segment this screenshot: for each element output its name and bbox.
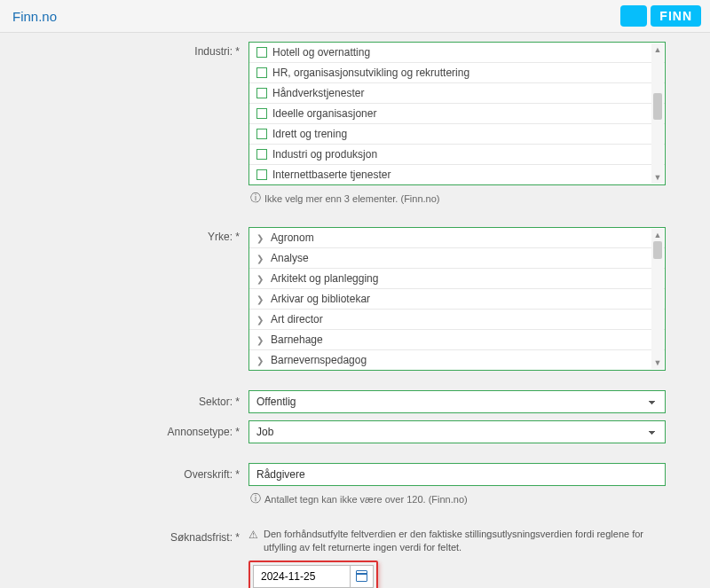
yrke-label: Yrke: * — [9, 227, 248, 243]
scroll-up-icon[interactable]: ▲ — [651, 229, 664, 241]
yrke-item[interactable]: ❯Agronom — [249, 228, 665, 248]
industri-label: Industri: * — [9, 42, 248, 58]
checkbox-icon[interactable] — [256, 88, 267, 98]
industri-item-label: Idrett og trening — [272, 128, 347, 140]
yrke-item-label: Art director — [271, 313, 323, 325]
industri-item-label: Ideelle organisasjoner — [272, 107, 376, 120]
soknadsfrist-highlight — [248, 561, 378, 588]
annonsetype-select[interactable]: Job — [248, 420, 666, 443]
industri-item[interactable]: HR, organisasjonsutvikling og rekrutteri… — [249, 63, 665, 83]
industri-item-label: Internettbaserte tjenester — [272, 169, 390, 181]
yrke-item-label: Barnehage — [271, 333, 323, 346]
industri-item-label: Industri og produksjon — [272, 148, 377, 161]
info-icon — [250, 191, 261, 206]
calendar-button[interactable] — [351, 565, 374, 588]
checkbox-icon[interactable] — [256, 169, 267, 180]
yrke-scrollbar[interactable]: ▲ ▼ — [651, 229, 664, 369]
overskrift-label: Overskrift: * — [9, 463, 248, 481]
yrke-item[interactable]: ❯Arkitekt og planlegging — [249, 269, 665, 289]
chevron-right-icon: ❯ — [256, 274, 265, 284]
chevron-right-icon: ❯ — [256, 254, 265, 263]
sektor-label: Sektor: * — [9, 390, 248, 408]
industri-item-label: HR, organisasjonsutvikling og rekrutteri… — [272, 67, 469, 79]
yrke-item[interactable]: ❯Art director — [249, 310, 665, 330]
logo-square-icon — [620, 5, 647, 27]
yrke-item-label: Analyse — [271, 252, 309, 264]
yrke-item[interactable]: ❯Arkivar og bibliotekar — [249, 289, 665, 310]
page-header: Finn.no FINN — [0, 0, 710, 33]
yrke-item-label: Arkitekt og planlegging — [271, 272, 378, 285]
industri-item[interactable]: Ideelle organisasjoner — [249, 104, 665, 124]
form-area: Industri: * Hotell og overnattingHR, org… — [0, 33, 710, 588]
finn-logo: FINN — [620, 5, 701, 27]
yrke-item-label: Agronom — [271, 231, 314, 244]
scrollbar-thumb[interactable] — [653, 241, 662, 259]
info-icon — [250, 491, 261, 506]
industri-item-label: Hotell og overnatting — [272, 46, 370, 59]
checkbox-icon[interactable] — [256, 129, 267, 139]
page-title: Finn.no — [12, 9, 57, 24]
yrke-item-label: Arkivar og bibliotekar — [271, 293, 370, 305]
industri-item[interactable]: Håndverkstjenester — [249, 83, 665, 104]
scroll-down-icon[interactable]: ▼ — [651, 357, 664, 369]
warning-icon — [248, 528, 258, 555]
soknadsfrist-warning: Den forhåndsutfylte feltverdien er den f… — [264, 528, 666, 555]
yrke-item[interactable]: ❯Barnehage — [249, 330, 665, 350]
overskrift-input[interactable] — [248, 463, 666, 486]
annonsetype-label: Annonsetype: * — [9, 420, 248, 438]
checkbox-icon[interactable] — [256, 149, 267, 160]
sektor-select[interactable]: Offentlig — [248, 390, 666, 413]
yrke-item-label: Barnevernspedagog — [271, 354, 367, 366]
industri-hint: Ikke velg mer enn 3 elementer. (Finn.no) — [264, 193, 439, 204]
industri-item[interactable]: Industri og produksjon — [249, 145, 665, 165]
chevron-right-icon: ❯ — [256, 335, 265, 345]
chevron-right-icon: ❯ — [256, 356, 265, 365]
yrke-listbox[interactable]: ❯Agronom❯Analyse❯Arkitekt og planlegging… — [248, 227, 666, 371]
scrollbar-thumb[interactable] — [653, 93, 662, 120]
checkbox-icon[interactable] — [256, 67, 267, 78]
industri-item-label: Håndverkstjenester — [272, 87, 364, 99]
overskrift-hint: Antallet tegn kan ikke være over 120. (F… — [264, 494, 468, 505]
calendar-icon — [356, 570, 367, 582]
industri-listbox[interactable]: Hotell og overnattingHR, organisasjonsut… — [248, 42, 666, 185]
scroll-up-icon[interactable]: ▲ — [651, 43, 664, 56]
chevron-right-icon: ❯ — [256, 294, 265, 304]
chevron-right-icon: ❯ — [256, 233, 265, 243]
industri-item[interactable]: Internettbaserte tjenester — [249, 165, 665, 184]
soknadsfrist-input[interactable] — [253, 565, 351, 588]
industri-item[interactable]: Idrett og trening — [249, 124, 665, 145]
industri-scrollbar[interactable]: ▲ ▼ — [651, 43, 664, 184]
industri-item[interactable]: Hotell og overnatting — [249, 43, 665, 63]
logo-text: FINN — [651, 5, 701, 27]
soknadsfrist-label: Søknadsfrist: * — [9, 528, 248, 544]
yrke-item[interactable]: ❯Barnevernspedagog — [249, 350, 665, 370]
checkbox-icon[interactable] — [256, 47, 267, 58]
chevron-right-icon: ❯ — [256, 315, 265, 325]
scroll-down-icon[interactable]: ▼ — [651, 171, 664, 184]
checkbox-icon[interactable] — [256, 108, 267, 119]
yrke-item[interactable]: ❯Analyse — [249, 248, 665, 269]
